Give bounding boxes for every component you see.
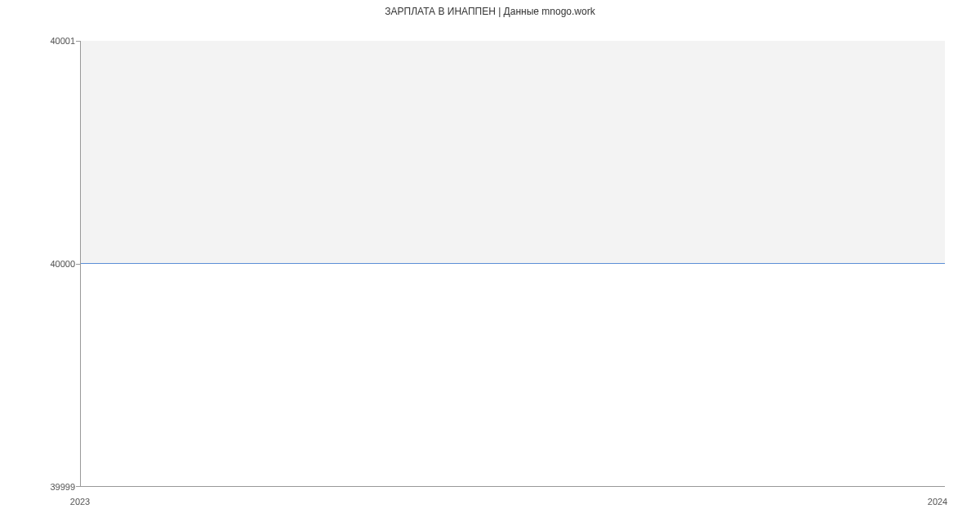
- y-axis-tick-label: 39999: [50, 482, 75, 492]
- y-tick: [76, 264, 81, 265]
- x-axis-tick-label: 2023: [70, 497, 90, 506]
- plot-background-upper: [81, 41, 945, 264]
- line-series: [81, 263, 945, 264]
- y-axis-tick-label: 40000: [50, 259, 75, 269]
- chart-title: ЗАРПЛАТА В ИНАППЕН | Данные mnogo.work: [0, 6, 980, 17]
- plot-area: [80, 41, 945, 487]
- y-axis-tick-label: 40001: [50, 36, 75, 46]
- y-tick: [76, 41, 81, 42]
- x-axis-tick-label: 2024: [928, 497, 947, 506]
- y-tick: [76, 486, 81, 487]
